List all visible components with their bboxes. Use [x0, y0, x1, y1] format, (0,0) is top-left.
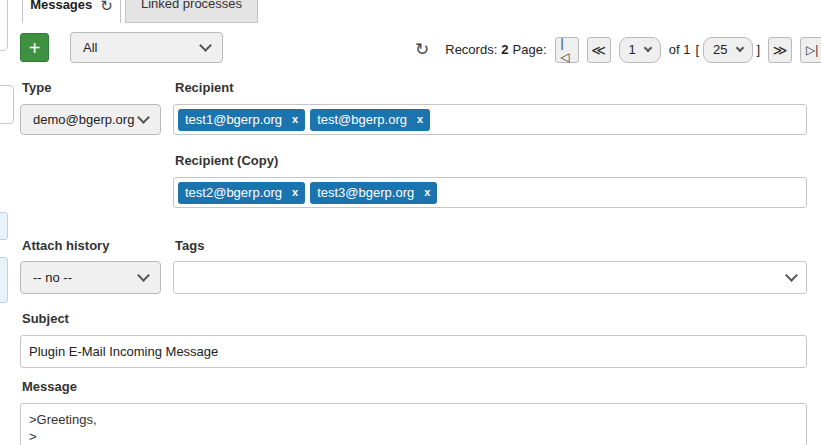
chip-text: test@bgerp.org: [317, 112, 407, 127]
records-count: 2: [501, 42, 508, 57]
chip-remove-icon[interactable]: x: [292, 114, 298, 125]
records-label: Records:: [445, 42, 497, 57]
recipient-copy-chip: test2@bgerp.org x: [178, 182, 305, 204]
tab-linked-processes-label: Linked processes: [141, 0, 242, 11]
chevron-down-icon: [137, 269, 150, 282]
page-size-value: 25: [713, 42, 727, 57]
page-label: Page:: [513, 42, 547, 57]
recipient-copy-input[interactable]: test2@bgerp.org x test3@bgerp.org x: [173, 177, 807, 208]
left-panel-button-fragment[interactable]: [0, 212, 8, 240]
filter-select[interactable]: All: [70, 32, 223, 63]
prev-page-icon: ≪: [591, 42, 606, 58]
refresh-icon[interactable]: ↻: [100, 0, 113, 12]
attach-history-select[interactable]: -- no --: [20, 261, 161, 294]
recipient-copy-label: Recipient (Copy): [175, 153, 278, 168]
chevron-down-icon: [137, 111, 150, 124]
recipient-copy-chip: test3@bgerp.org x: [310, 182, 437, 204]
type-select-value: demo@bgerp.org: [33, 112, 134, 127]
bracket-close: ]: [757, 42, 761, 57]
last-page-icon: ▷|: [806, 43, 818, 57]
tab-messages-label: Messages: [30, 0, 92, 12]
chip-text: test1@bgerp.org: [185, 112, 282, 127]
chip-text: test3@bgerp.org: [317, 185, 414, 200]
subject-input[interactable]: Plugin E-Mail Incoming Message: [20, 335, 807, 368]
chip-remove-icon[interactable]: x: [292, 187, 298, 198]
message-edit-page: Messages ↻ Linked processes + All ↻ Reco…: [0, 0, 821, 445]
message-label: Message: [22, 379, 77, 394]
filter-select-value: All: [83, 40, 97, 55]
tab-linked-processes[interactable]: Linked processes: [125, 0, 258, 23]
last-page-button[interactable]: ▷|: [800, 37, 821, 63]
recipient-input[interactable]: test1@bgerp.org x test@bgerp.org x: [173, 104, 807, 135]
type-select[interactable]: demo@bgerp.org: [20, 104, 161, 135]
attach-history-value: -- no --: [33, 270, 72, 285]
first-page-button[interactable]: |◁: [555, 37, 579, 63]
subject-value: Plugin E-Mail Incoming Message: [29, 344, 218, 359]
tab-messages[interactable]: Messages ↻: [22, 0, 121, 23]
plus-icon: +: [29, 38, 41, 58]
type-label: Type: [22, 80, 51, 95]
left-panel-fragment: [0, 0, 8, 51]
tags-select[interactable]: [173, 261, 807, 294]
recipient-chip: test1@bgerp.org x: [178, 109, 305, 131]
chip-remove-icon[interactable]: x: [417, 114, 423, 125]
chevron-down-icon: [643, 44, 651, 52]
recipient-chip: test@bgerp.org x: [310, 109, 430, 131]
left-panel-fragment: [0, 85, 14, 124]
message-textarea[interactable]: >Greetings, >: [20, 403, 807, 445]
bracket-open: [: [695, 42, 699, 57]
chevron-down-icon: [735, 44, 743, 52]
page-of-label: of 1: [669, 42, 691, 57]
next-page-icon: ≫: [773, 42, 788, 58]
chip-remove-icon[interactable]: x: [424, 187, 430, 198]
left-panel-button-fragment[interactable]: [0, 257, 8, 303]
add-message-button[interactable]: +: [20, 33, 49, 62]
prev-page-button[interactable]: ≪: [587, 37, 611, 63]
first-page-icon: |◁: [561, 36, 573, 64]
next-page-button[interactable]: ≫: [768, 37, 792, 63]
pagination-bar: ↻ Records: 2 Page: |◁ ≪ 1 of 1 [ 25 ] ≫ …: [415, 36, 815, 63]
refresh-icon[interactable]: ↻: [415, 44, 429, 56]
recipient-label: Recipient: [175, 80, 234, 95]
page-number-select[interactable]: 1: [619, 37, 661, 63]
page-number-value: 1: [629, 42, 636, 57]
tags-label: Tags: [175, 238, 204, 253]
chip-text: test2@bgerp.org: [185, 185, 282, 200]
subject-label: Subject: [22, 311, 69, 326]
page-size-select[interactable]: 25: [703, 37, 752, 63]
attach-history-label: Attach history: [22, 238, 109, 253]
chevron-down-icon: [199, 39, 212, 52]
chevron-down-icon: [785, 269, 798, 282]
